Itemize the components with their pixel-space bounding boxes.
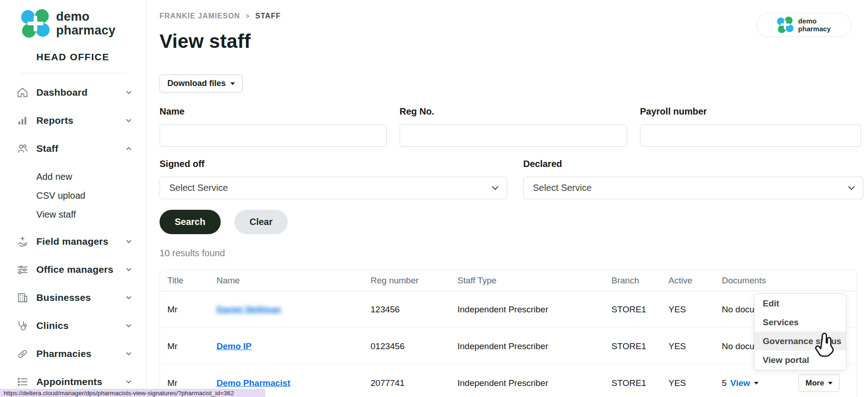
breadcrumb-parent[interactable]: FRANKIE JAMIESON [160,12,240,20]
col-title: Title [160,276,209,286]
chevron-down-icon [492,184,498,190]
sidebar-divider [21,73,127,73]
payroll-number-label: Payroll number [640,106,861,117]
staff-table: Title Name Reg number Staff Type Branch … [160,270,857,397]
col-branch: Branch [604,276,661,286]
clear-button[interactable]: Clear [234,210,288,234]
documents-count: 5 [722,378,727,388]
breadcrumb: FRANKIE JAMIESON > STAFF [160,12,863,20]
caret-down-icon [828,382,833,385]
pharmacy-logo-icon [21,9,50,38]
sidebar-item-reports[interactable]: Reports [17,111,133,130]
menu-item-governance-status[interactable]: Governance status [754,332,846,351]
chevron-down-icon [848,184,855,190]
col-active: Active [661,276,714,286]
filters-row-1: Name Reg No. Payroll number [160,106,863,147]
menu-item-services[interactable]: Services [754,313,846,332]
sliders-icon [17,264,29,276]
reg-no-input[interactable] [400,124,627,147]
status-url: https://deltera.cloud/manager/dps/pharma… [4,390,234,397]
chevron-down-icon [125,88,133,97]
sidebar-item-clinics[interactable]: Clinics [17,316,133,335]
signed-off-select[interactable]: Select Service [160,177,507,199]
breadcrumb-separator: > [246,12,250,20]
sidebar-nav: Dashboard Reports Staff [0,83,146,391]
col-name: Name [209,276,363,286]
reg-no-label: Reg No. [400,106,627,117]
sidebar-item-field-managers[interactable]: Field managers [17,232,133,251]
home-icon [17,86,29,98]
chevron-down-icon [125,293,133,302]
table-row: Mr Daniel Skillman 123456 Independent Pr… [160,291,857,328]
table-row: Mr Demo IP 0123456 Independent Prescribe… [160,328,857,365]
brand-name: demo pharmacy [56,10,115,37]
staff-name-link[interactable]: Daniel Skillman [217,305,281,314]
signed-off-label: Signed off [160,159,507,169]
building-icon [17,292,29,304]
office-label: HEAD OFFICE [0,52,146,63]
chevron-up-icon [125,144,133,153]
brand-logo: demo pharmacy [0,0,146,38]
caret-down-icon [754,382,759,385]
download-files-button[interactable]: Download files [160,75,243,92]
sidebar-item-appointments[interactable]: Appointments [17,373,133,391]
name-label: Name [160,106,387,117]
sidebar-item-dashboard[interactable]: Dashboard [17,83,133,102]
people-icon [17,143,29,155]
declared-select[interactable]: Select Service [523,177,863,199]
sidebar-item-pharmacies[interactable]: Pharmacies [17,345,133,363]
menu-item-edit[interactable]: Edit [754,294,846,313]
results-summary: 10 results found [160,248,863,259]
chevron-down-icon [125,116,133,125]
list-icon [17,376,29,388]
sidebar-item-office-managers[interactable]: Office managers [17,260,133,279]
chevron-down-icon [125,237,133,246]
documents-view-link[interactable]: View [731,378,750,388]
hand-plus-icon [17,236,29,247]
payroll-number-input[interactable] [640,124,861,147]
row-context-menu: Edit Services Governance status View por… [754,293,846,370]
stethoscope-icon [17,320,29,332]
declared-label: Declared [523,159,863,169]
sidebar-item-add-new[interactable]: Add new [0,167,146,186]
chevron-down-icon [125,378,133,386]
staff-name-link[interactable]: Demo IP [217,341,251,351]
name-input[interactable] [160,124,387,147]
col-reg-number: Reg number [363,276,450,286]
sidebar-item-staff[interactable]: Staff [17,139,133,158]
chevron-down-icon [125,350,133,358]
sidebar: demo pharmacy HEAD OFFICE Dashboard Repo [0,0,146,397]
breadcrumb-current: STAFF [255,12,280,20]
sidebar-item-businesses[interactable]: Businesses [17,288,133,307]
sidebar-item-view-staff[interactable]: View staff [0,205,146,224]
chevron-down-icon [125,322,133,330]
more-button[interactable]: More [799,374,839,392]
caret-down-icon [230,82,235,85]
col-documents: Documents [714,276,791,286]
page: demo pharmacy HEAD OFFICE Dashboard Repo [0,0,868,397]
bar-chart-icon [17,115,29,127]
staff-name-link[interactable]: Demo Pharmacist [217,378,291,388]
filters-row-2: Signed off Select Service Declared Selec… [160,159,863,199]
link-status-bar: https://deltera.cloud/manager/dps/pharma… [0,389,265,397]
col-staff-type: Staff Type [450,276,604,286]
page-title: View staff [160,30,863,52]
filter-actions: Search Clear [160,210,863,234]
pill-icon [17,348,29,360]
sidebar-item-csv-upload[interactable]: CSV upload [0,186,146,205]
menu-item-view-portal[interactable]: View portal [754,351,846,369]
chevron-down-icon [125,265,133,274]
table-header-row: Title Name Reg number Staff Type Branch … [160,270,857,291]
search-button[interactable]: Search [160,210,221,234]
